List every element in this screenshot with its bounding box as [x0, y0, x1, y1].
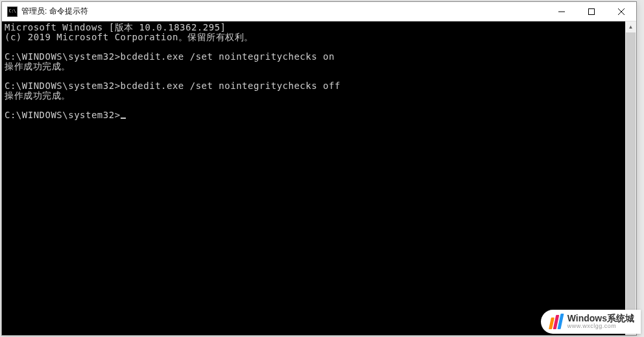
copyright-line: (c) 2019 Microsoft Corporation。保留所有权利。	[5, 32, 254, 42]
titlebar[interactable]: C:\ 管理员: 命令提示符	[2, 2, 636, 21]
minimize-button[interactable]	[547, 2, 577, 21]
scroll-track[interactable]	[625, 32, 636, 324]
terminal-area: Microsoft Windows [版本 10.0.18362.295] (c…	[2, 21, 636, 335]
terminal-output[interactable]: Microsoft Windows [版本 10.0.18362.295] (c…	[2, 21, 625, 335]
command-text: bcdedit.exe /set nointegritychecks on	[121, 51, 335, 62]
result-line: 操作成功完成。	[5, 61, 71, 71]
window-controls	[547, 2, 636, 21]
watermark-text: Windows系统城 www.wxclgg.com	[567, 314, 634, 330]
close-button[interactable]	[606, 2, 636, 21]
scroll-up-arrow-icon[interactable]: ▲	[625, 21, 636, 32]
command-prompt-window: C:\ 管理员: 命令提示符 Microsoft Windows [版本 10.…	[1, 1, 637, 336]
svg-rect-1	[589, 8, 595, 14]
result-line: 操作成功完成。	[5, 90, 71, 101]
maximize-button[interactable]	[577, 2, 606, 21]
prompt-path: C:\WINDOWS\system32>	[5, 51, 121, 62]
cursor	[121, 118, 126, 119]
vertical-scrollbar[interactable]: ▲ ▼	[625, 21, 636, 335]
watermark: Windows系统城 www.wxclgg.com	[541, 310, 641, 334]
command-text: bcdedit.exe /set nointegritychecks off	[121, 81, 340, 91]
watermark-logo-icon	[550, 314, 562, 329]
watermark-title: Windows系统城	[567, 314, 634, 323]
window-title: 管理员: 命令提示符	[21, 6, 547, 17]
version-line: Microsoft Windows [版本 10.0.18362.295]	[5, 22, 226, 32]
prompt-path: C:\WINDOWS\system32>	[5, 110, 121, 120]
scroll-thumb[interactable]	[626, 32, 636, 324]
watermark-url: www.wxclgg.com	[567, 323, 634, 330]
prompt-path: C:\WINDOWS\system32>	[5, 81, 121, 91]
cmd-icon: C:\	[7, 6, 18, 17]
